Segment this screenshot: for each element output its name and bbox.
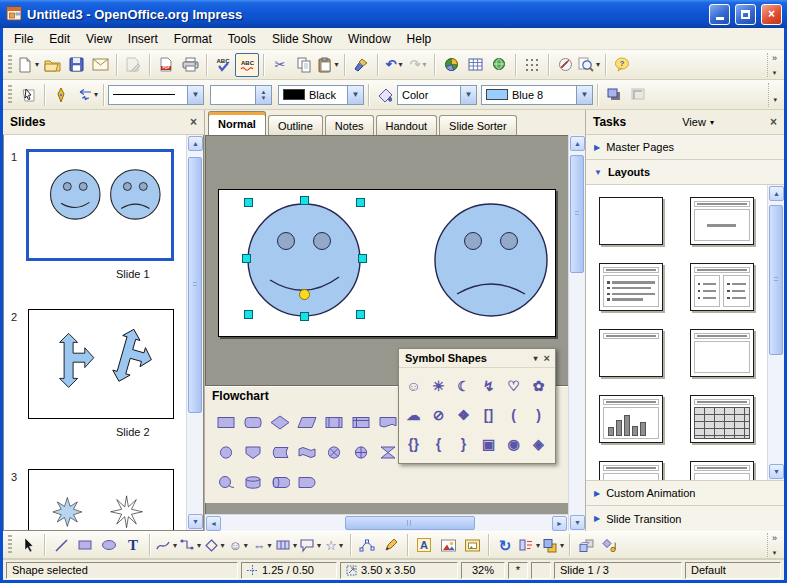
selection-handle[interactable]: [300, 196, 309, 205]
vscroll-thumb[interactable]: [570, 155, 584, 273]
edit-points-tool[interactable]: [355, 533, 379, 557]
stars-tool[interactable]: ☆▾: [322, 533, 346, 557]
export-pdf-button[interactable]: PDF: [154, 53, 178, 77]
email-button[interactable]: [88, 53, 112, 77]
layout-title-slide[interactable]: [690, 197, 754, 245]
symbol-smiley-shape[interactable]: ☺: [406, 379, 420, 393]
symbol-diamond-bevel-shape[interactable]: ◈: [533, 437, 544, 451]
new-document-button[interactable]: ▾: [16, 53, 40, 77]
menu-slideshow[interactable]: Slide Show: [264, 29, 340, 49]
display-grid-button[interactable]: [520, 53, 544, 77]
symbol-octagon-bevel-shape[interactable]: ◉: [507, 437, 519, 451]
redo-button[interactable]: ↷▾: [406, 53, 430, 77]
flowchart-sequential-access-shape[interactable]: [216, 475, 236, 490]
line-dialog-button[interactable]: [49, 83, 73, 107]
callouts-tool[interactable]: ▾: [298, 533, 322, 557]
insert-table-button[interactable]: [463, 53, 487, 77]
tasks-view-menu[interactable]: View ▾: [682, 116, 714, 128]
flowchart-data-shape[interactable]: [297, 415, 317, 430]
navigator-button[interactable]: [553, 53, 577, 77]
symbol-cloud-shape[interactable]: ☁: [407, 408, 421, 422]
maximize-button[interactable]: [735, 4, 756, 25]
flowchart-magnetic-disc-shape[interactable]: [243, 475, 263, 490]
arrow-style-button[interactable]: ▾: [73, 83, 99, 107]
basic-shapes-tool[interactable]: ▾: [202, 533, 226, 557]
block-arrows-tool[interactable]: ⇔▾: [250, 533, 274, 557]
layout-title-only[interactable]: [599, 329, 663, 377]
symbol-lightning-shape[interactable]: ↯: [483, 379, 495, 393]
cut-button[interactable]: ✂: [268, 53, 292, 77]
line-color-select[interactable]: Black ▼: [278, 85, 364, 105]
print-button[interactable]: [178, 53, 202, 77]
ellipse-tool[interactable]: [97, 533, 121, 557]
section-master-pages[interactable]: ▶ Master Pages: [586, 135, 784, 160]
layout-title-chart[interactable]: [599, 395, 663, 443]
gallery-tool[interactable]: [460, 533, 484, 557]
selection-handle[interactable]: [356, 198, 365, 207]
selection-handle[interactable]: [244, 310, 253, 319]
selection-handle[interactable]: [356, 310, 365, 319]
layouts-scrollbar-thumb[interactable]: [769, 205, 783, 355]
close-button[interactable]: ×: [761, 4, 782, 25]
flowchart-predefined-process-shape[interactable]: [324, 415, 344, 430]
scroll-up-icon[interactable]: ▲: [570, 136, 585, 151]
layout-title-two-content[interactable]: [690, 263, 754, 311]
smile-adjust-handle[interactable]: [299, 289, 310, 300]
layout-title-table[interactable]: [690, 395, 754, 443]
autospellcheck-button[interactable]: ABC: [235, 53, 259, 77]
copy-button[interactable]: [292, 53, 316, 77]
scroll-up-icon[interactable]: ▲: [769, 186, 784, 201]
slides-scrollbar[interactable]: ▲ ▼: [186, 135, 203, 530]
hscroll-thumb[interactable]: [345, 516, 475, 530]
layout-centered-text[interactable]: [690, 329, 754, 377]
flowchart-alternate-process-shape[interactable]: [243, 415, 263, 430]
flowchart-tool[interactable]: ▾: [274, 533, 298, 557]
symbol-heart-shape[interactable]: ♡: [507, 379, 520, 393]
tab-normal[interactable]: Normal: [208, 111, 266, 135]
scroll-up-icon[interactable]: ▲: [188, 136, 203, 151]
menu-view[interactable]: View: [78, 29, 120, 49]
flowchart-connector-shape[interactable]: [216, 445, 236, 460]
symbol-shapes-tool[interactable]: ☺▾: [226, 533, 250, 557]
tab-handout[interactable]: Handout: [376, 115, 438, 135]
toolbar-grip[interactable]: [8, 535, 12, 555]
symbol-double-brace-shape[interactable]: {}: [408, 437, 419, 451]
flowchart-off-page-connector-shape[interactable]: [243, 445, 263, 460]
insert-picture-tool[interactable]: [436, 533, 460, 557]
flowchart-internal-storage-shape[interactable]: [351, 415, 371, 430]
curve-tool[interactable]: ▾: [154, 533, 178, 557]
text-tool[interactable]: T: [121, 533, 145, 557]
menu-tools[interactable]: Tools: [220, 29, 264, 49]
tab-slide-sorter[interactable]: Slide Sorter: [439, 115, 516, 135]
toolbar-grip[interactable]: [8, 85, 12, 105]
menu-format[interactable]: Format: [166, 29, 220, 49]
zoom-button[interactable]: ▾: [577, 53, 601, 77]
frowny-shape[interactable]: [435, 204, 547, 316]
slide-2-thumbnail[interactable]: [28, 309, 174, 419]
save-button[interactable]: [64, 53, 88, 77]
selection-handle[interactable]: [300, 312, 309, 321]
slides-scrollbar-thumb[interactable]: [188, 157, 202, 413]
toolbar-overflow[interactable]: ▾: [768, 83, 781, 107]
help-button[interactable]: ?: [610, 53, 634, 77]
symbol-shapes-close-icon[interactable]: ×: [544, 352, 550, 364]
menu-help[interactable]: Help: [399, 29, 440, 49]
symbol-moon-shape[interactable]: ☾: [457, 379, 470, 393]
slide-3-thumbnail[interactable]: [28, 469, 174, 530]
symbol-square-bevel-shape[interactable]: ▣: [482, 437, 495, 451]
fontwork-tool[interactable]: A: [412, 533, 436, 557]
flowchart-direct-access-storage-shape[interactable]: [270, 475, 290, 490]
insert-chart-button[interactable]: [439, 53, 463, 77]
flowchart-stored-data-shape[interactable]: [270, 445, 290, 460]
spellcheck-button[interactable]: ABC: [211, 53, 235, 77]
line-style-select[interactable]: ▼: [108, 85, 204, 105]
scroll-left-icon[interactable]: ◄: [206, 516, 221, 531]
minimize-button[interactable]: [709, 4, 730, 25]
edit-file-button[interactable]: [121, 53, 145, 77]
slide-canvas[interactable]: [218, 189, 556, 337]
horizontal-scrollbar[interactable]: ◄ ►: [205, 514, 568, 531]
status-template[interactable]: Default: [685, 562, 781, 579]
edit-points-button[interactable]: [16, 83, 40, 107]
section-layouts[interactable]: ▼ Layouts: [586, 160, 784, 185]
layout-partial[interactable]: [599, 461, 663, 480]
